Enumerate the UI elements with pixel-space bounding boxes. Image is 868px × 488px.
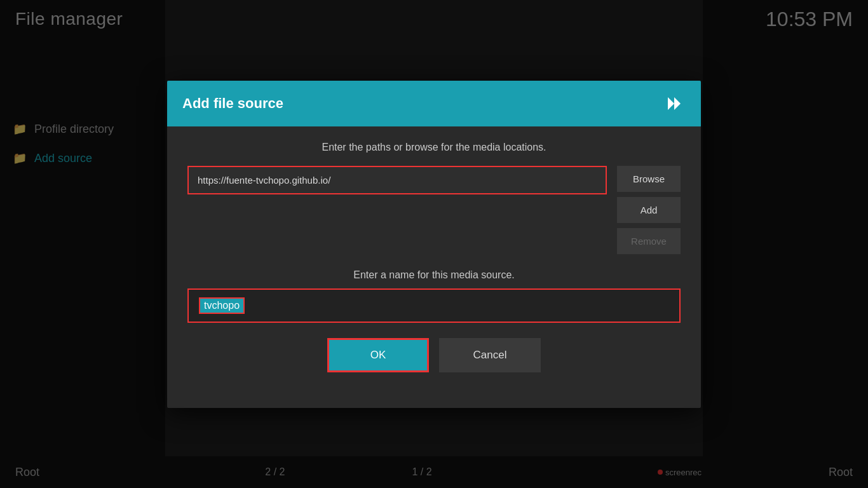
- name-input-container[interactable]: tvchopo: [187, 288, 681, 323]
- dialog-header: Add file source: [167, 81, 701, 126]
- name-section-label: Enter a name for this media source.: [187, 269, 681, 281]
- kodi-logo: [663, 92, 686, 115]
- browse-button[interactable]: Browse: [617, 166, 681, 192]
- path-placeholder: [187, 194, 607, 254]
- path-buttons: Browse Add Remove: [617, 166, 681, 254]
- path-section: https://fuente-tvchopo.github.io/ Browse…: [187, 166, 681, 254]
- dialog-footer: OK Cancel: [187, 338, 681, 393]
- name-input-value[interactable]: tvchopo: [199, 297, 245, 314]
- path-list-area: https://fuente-tvchopo.github.io/: [187, 166, 607, 254]
- dialog-body: Enter the paths or browse for the media …: [167, 126, 701, 408]
- modal-overlay: Add file source Enter the paths or brows…: [0, 0, 868, 488]
- ok-button[interactable]: OK: [327, 338, 429, 372]
- remove-button[interactable]: Remove: [617, 228, 681, 254]
- add-file-source-dialog: Add file source Enter the paths or brows…: [167, 81, 701, 408]
- path-item[interactable]: https://fuente-tvchopo.github.io/: [187, 166, 607, 194]
- add-button[interactable]: Add: [617, 197, 681, 223]
- dialog-title: Add file source: [182, 95, 283, 112]
- cancel-button[interactable]: Cancel: [439, 338, 541, 372]
- dialog-subtitle: Enter the paths or browse for the media …: [187, 142, 681, 153]
